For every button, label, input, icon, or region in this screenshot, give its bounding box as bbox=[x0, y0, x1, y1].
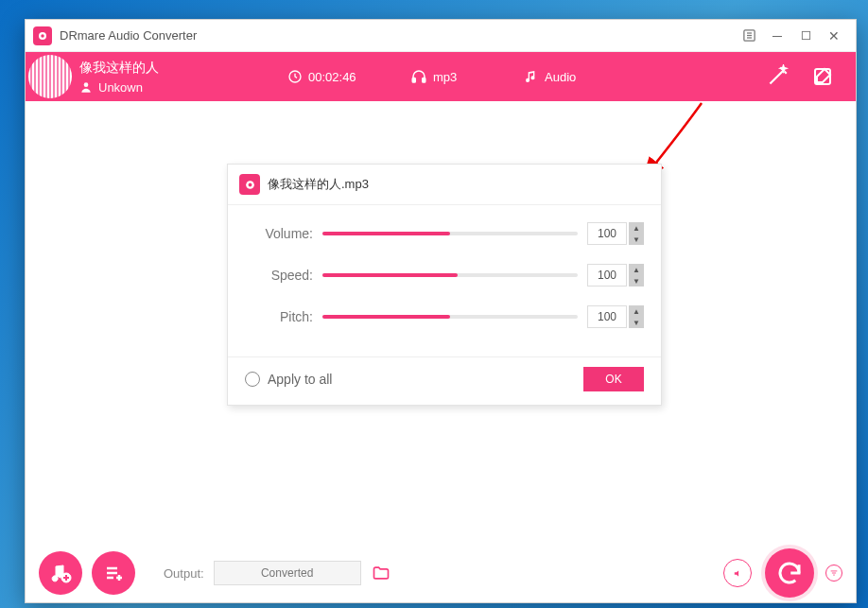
speed-slider[interactable] bbox=[322, 268, 578, 283]
footer-bar: Output: Converted bbox=[26, 544, 856, 602]
waveform-thumb-icon bbox=[28, 55, 72, 98]
track-type: Audio bbox=[545, 70, 576, 84]
app-title: DRmare Audio Converter bbox=[60, 28, 197, 43]
close-button[interactable]: ✕ bbox=[820, 24, 848, 48]
clock-icon bbox=[287, 69, 303, 84]
svg-point-1 bbox=[41, 34, 44, 38]
speed-row: Speed: ▲▼ bbox=[245, 264, 644, 287]
user-icon bbox=[79, 80, 93, 94]
pitch-row: Pitch: ▲▼ bbox=[245, 305, 644, 328]
speed-down-button[interactable]: ▼ bbox=[629, 275, 644, 287]
convert-button[interactable] bbox=[765, 548, 814, 598]
titlebar: DRmare Audio Converter ─ ✕ bbox=[26, 20, 856, 52]
svg-rect-10 bbox=[423, 78, 425, 83]
music-note-icon bbox=[524, 69, 539, 84]
pitch-down-button[interactable]: ▼ bbox=[629, 317, 644, 328]
svg-rect-9 bbox=[412, 78, 415, 83]
minimize-button[interactable]: ─ bbox=[763, 24, 791, 48]
add-list-button[interactable] bbox=[92, 551, 135, 595]
app-logo-icon bbox=[33, 26, 52, 45]
track-header: 像我这样的人 Unkown 00:02:46 mp3 Audio bbox=[26, 52, 856, 101]
volume-row: Volume: ▲▼ bbox=[245, 222, 644, 245]
apply-to-all-checkbox[interactable] bbox=[245, 372, 260, 387]
svg-point-7 bbox=[84, 82, 89, 87]
sound-settings-button[interactable] bbox=[723, 559, 752, 587]
effects-wand-button[interactable] bbox=[761, 61, 793, 93]
pitch-label: Pitch: bbox=[245, 309, 319, 324]
maximize-button[interactable] bbox=[791, 24, 820, 48]
volume-up-button[interactable]: ▲ bbox=[629, 222, 644, 234]
filter-button[interactable] bbox=[825, 565, 842, 582]
pitch-input[interactable] bbox=[587, 305, 627, 328]
menu-button[interactable] bbox=[735, 24, 763, 48]
open-folder-button[interactable] bbox=[369, 562, 393, 584]
track-title: 像我这样的人 bbox=[79, 60, 269, 80]
edit-button[interactable] bbox=[807, 61, 839, 93]
speed-up-button[interactable]: ▲ bbox=[629, 264, 644, 275]
audio-effects-popup: 像我这样的人.mp3 Volume: ▲▼ Speed: bbox=[227, 164, 662, 406]
track-duration: 00:02:46 bbox=[308, 70, 356, 84]
speed-input[interactable] bbox=[587, 264, 627, 287]
headphones-icon bbox=[410, 68, 427, 85]
app-window: DRmare Audio Converter ─ ✕ 像我这样的人 Unkown… bbox=[25, 19, 857, 603]
volume-down-button[interactable]: ▼ bbox=[629, 234, 644, 245]
volume-slider[interactable] bbox=[322, 226, 578, 241]
svg-rect-6 bbox=[802, 31, 809, 39]
add-music-button[interactable] bbox=[39, 551, 82, 595]
svg-point-13 bbox=[248, 182, 252, 186]
content-area: 安下载 anxz.com 像我这样的人.mp3 Volume: bbox=[26, 101, 856, 544]
popup-logo-icon bbox=[239, 174, 260, 195]
volume-input[interactable] bbox=[587, 222, 627, 245]
popup-filename: 像我这样的人.mp3 bbox=[268, 176, 369, 193]
volume-label: Volume: bbox=[245, 226, 319, 241]
pitch-slider[interactable] bbox=[322, 309, 578, 324]
apply-to-all-label: Apply to all bbox=[268, 372, 332, 387]
output-label: Output: bbox=[164, 566, 204, 581]
speed-label: Speed: bbox=[245, 268, 319, 283]
track-artist: Unkown bbox=[98, 80, 143, 95]
pitch-up-button[interactable]: ▲ bbox=[629, 305, 644, 317]
output-path-box[interactable]: Converted bbox=[214, 561, 361, 585]
track-format: mp3 bbox=[433, 70, 457, 84]
ok-button[interactable]: OK bbox=[583, 367, 644, 391]
